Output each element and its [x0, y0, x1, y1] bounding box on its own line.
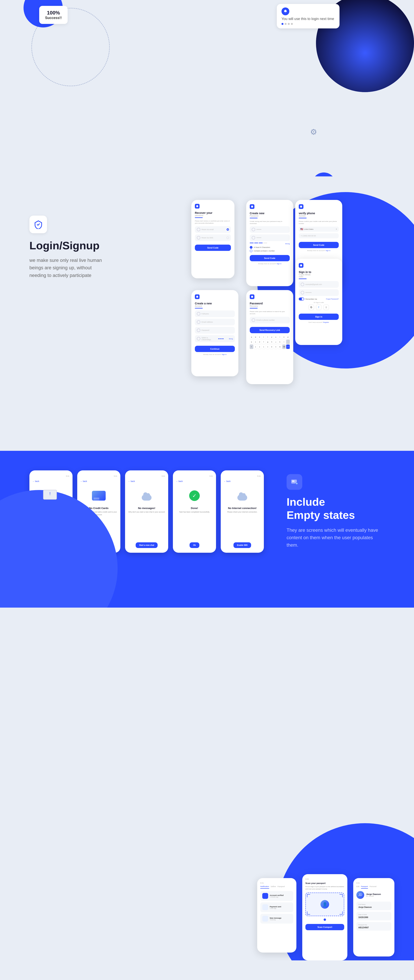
- key-z[interactable]: z: [254, 345, 257, 349]
- enable-wifi-button[interactable]: Enable Wifi: [234, 542, 251, 548]
- info-label: Full Name: [358, 904, 389, 905]
- password-input[interactable]: ••••••••: [250, 226, 290, 233]
- back-link[interactable]: ← back: [224, 480, 231, 482]
- bottom-text: Already have an account? Sign in: [299, 250, 339, 251]
- info-label: Passport No.: [358, 924, 389, 926]
- phone-number-input[interactable]: +1 (000) 000-00-00: [299, 233, 339, 238]
- key-n[interactable]: n: [274, 345, 277, 349]
- dot-2: [285, 23, 287, 25]
- send-code-button[interactable]: Send Code: [250, 255, 290, 261]
- key-c[interactable]: c: [262, 345, 266, 349]
- phone-profile: 9:41 Edit Passport Personel JD Jorge Daw…: [353, 878, 394, 956]
- info-passport: Passport No. AB1234567: [357, 922, 391, 931]
- key-a[interactable]: a: [250, 340, 253, 344]
- tab-edit[interactable]: Edit: [357, 886, 360, 889]
- confirm-password-input[interactable]: ••••••••: [250, 234, 290, 241]
- back-link[interactable]: ← back: [33, 480, 39, 482]
- email-input[interactable]: Email Address: [195, 319, 235, 325]
- ok-button[interactable]: Ok: [189, 542, 199, 548]
- back-link[interactable]: ← back: [128, 480, 135, 482]
- signin-button[interactable]: Sign in: [299, 313, 339, 320]
- remember-me-toggle[interactable]: Remember me: [299, 298, 317, 301]
- bar-1: [250, 243, 254, 243]
- tab-passpool[interactable]: Passpool: [277, 886, 285, 889]
- globe-icon: [197, 337, 200, 340]
- phone-subtitle: password: [195, 215, 231, 216]
- notification-card: You will use this to login next time: [277, 4, 339, 29]
- email-recovery-input[interactable]: Email or phone number: [250, 317, 290, 323]
- tab-selline[interactable]: Selline: [271, 886, 276, 889]
- strength-container: Strong: [250, 243, 290, 245]
- key-l[interactable]: l: [282, 340, 286, 344]
- forgot-password-link[interactable]: Forgot Password?: [326, 298, 339, 300]
- flag-selector[interactable]: 🇺🇸 United States ▼: [299, 227, 339, 232]
- notif-title-3: New message: [270, 917, 282, 919]
- key-s[interactable]: s: [254, 340, 257, 344]
- key-e[interactable]: e: [258, 335, 261, 339]
- email-signin-input[interactable]: example@gmail.com: [299, 281, 339, 288]
- phone-subtitle: Account: [195, 305, 235, 307]
- status-bar: 9:41: [357, 882, 391, 884]
- corner-br: [339, 912, 342, 915]
- key-r[interactable]: r: [262, 335, 266, 339]
- key-v[interactable]: v: [266, 345, 269, 349]
- password-signin-input[interactable]: ••••••••••: [299, 289, 339, 296]
- key-i[interactable]: i: [278, 335, 282, 339]
- input-email[interactable]: Reset via email: [195, 226, 231, 233]
- login-section: Login/Signup we make sure only real live…: [0, 177, 414, 451]
- continue-button[interactable]: Continue: [195, 346, 235, 352]
- key-t[interactable]: t: [266, 335, 269, 339]
- key-backspace[interactable]: ⌫: [282, 345, 286, 349]
- facebook-icon[interactable]: f: [316, 305, 322, 310]
- google-icon[interactable]: G: [309, 305, 314, 310]
- key-f[interactable]: f: [262, 340, 266, 344]
- keyboard: q w e r t y u i o p a s d f g h j: [250, 335, 290, 349]
- key-u[interactable]: u: [274, 335, 277, 339]
- key-o[interactable]: o: [282, 335, 286, 339]
- key-shift[interactable]: ⇧: [250, 345, 253, 349]
- notif-icon-3: [262, 916, 268, 921]
- key-d[interactable]: d: [258, 340, 261, 344]
- status-time: 9:41: [66, 475, 69, 477]
- key-g[interactable]: g: [266, 340, 269, 344]
- key-q[interactable]: q: [250, 335, 253, 339]
- key-b[interactable]: b: [270, 345, 274, 349]
- key-h[interactable]: h: [270, 340, 274, 344]
- key-y[interactable]: y: [270, 335, 274, 339]
- key-j[interactable]: j: [274, 340, 277, 344]
- chevron-down-icon: ▼: [336, 228, 337, 230]
- tab-notification[interactable]: Notification: [260, 886, 269, 889]
- scan-button[interactable]: Scan Comport: [306, 924, 344, 930]
- back-link[interactable]: ← back: [80, 480, 87, 482]
- key-return[interactable]: ⏎: [286, 345, 290, 349]
- send-code-button[interactable]: Send Code: [195, 245, 231, 251]
- error-illustration: !: [41, 488, 61, 504]
- phone-subtitle: Password: [250, 215, 290, 217]
- phones-container: Recover your password Please don't stres…: [124, 200, 385, 415]
- blue-line: [195, 217, 203, 218]
- send-recovery-button[interactable]: Send Recovery Link: [250, 327, 290, 333]
- send-code-button[interactable]: Send Code: [299, 242, 339, 248]
- toggle-switch[interactable]: [299, 298, 304, 301]
- notif-title-2: Payment sent: [270, 906, 281, 908]
- empty-desc: Why don't you start a new chat in your a…: [128, 511, 165, 514]
- cloud-shape: [237, 495, 247, 501]
- start-chat-button[interactable]: Start a new chat: [135, 542, 158, 548]
- key-w[interactable]: w: [254, 335, 257, 339]
- fullname-input[interactable]: Fullname: [195, 310, 235, 317]
- notification-item-1: Account verified 2 minutes ago: [260, 891, 293, 901]
- back-link[interactable]: ← back: [176, 480, 183, 482]
- empty-states-section: 9:41 ← back ! Something went wrong. Plea…: [0, 451, 414, 608]
- key-p[interactable]: p: [286, 335, 290, 339]
- tab-passport[interactable]: Passport: [361, 886, 368, 889]
- no-internet-illustration: [232, 488, 252, 504]
- key-x[interactable]: x: [258, 345, 261, 349]
- phone-header: [299, 204, 339, 209]
- input-sms[interactable]: Reset via SMS: [195, 234, 231, 241]
- citizenship-input[interactable]: Select a Citizenships Strong: [195, 335, 235, 342]
- tab-personel[interactable]: Personel: [369, 886, 377, 889]
- key-m[interactable]: m: [278, 345, 282, 349]
- apple-icon[interactable]: : [323, 305, 329, 310]
- key-k[interactable]: k: [278, 340, 282, 344]
- password-input[interactable]: Password: [195, 327, 235, 334]
